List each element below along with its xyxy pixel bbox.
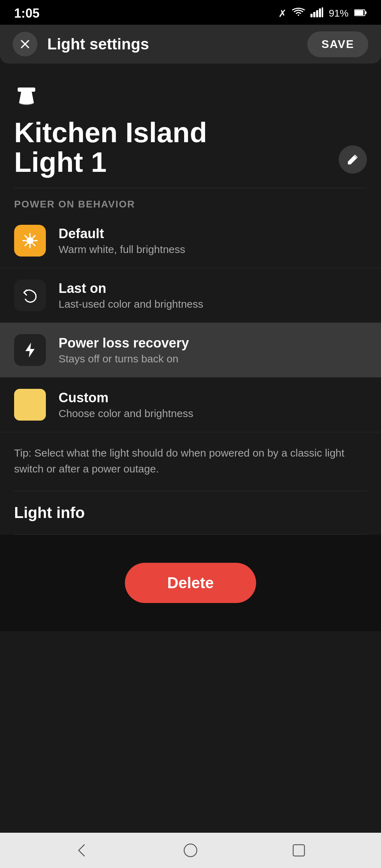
svg-rect-4 bbox=[322, 7, 323, 17]
power-loss-option-desc: Stays off or turns back on bbox=[59, 353, 367, 365]
back-nav-icon bbox=[74, 842, 91, 859]
custom-option-text: Custom Choose color and brightness bbox=[59, 390, 367, 420]
default-option-text: Default Warm white, full brightness bbox=[59, 226, 367, 255]
header: Light settings SAVE bbox=[0, 25, 381, 64]
last-on-option-desc: Last-used color and brightness bbox=[59, 298, 367, 310]
battery-icon bbox=[354, 8, 367, 19]
light-name: Kitchen Island Light 1 bbox=[14, 118, 207, 177]
tip-text: Tip: Select what the light should do whe… bbox=[14, 432, 367, 491]
home-nav-button[interactable] bbox=[175, 838, 206, 862]
power-loss-option-text: Power loss recovery Stays off or turns b… bbox=[59, 336, 367, 365]
light-device-icon bbox=[14, 85, 39, 109]
signal-icon bbox=[310, 7, 323, 20]
pencil-icon bbox=[346, 153, 359, 166]
power-loss-option-title: Power loss recovery bbox=[59, 336, 367, 351]
battery-percent: 91% bbox=[329, 8, 349, 19]
svg-point-11 bbox=[19, 101, 34, 105]
status-icons: ✗ 91% bbox=[278, 7, 367, 20]
svg-line-19 bbox=[33, 236, 35, 238]
close-icon bbox=[19, 38, 31, 50]
last-on-option-title: Last on bbox=[59, 281, 367, 296]
wifi-icon bbox=[292, 7, 305, 20]
header-left: Light settings bbox=[13, 32, 149, 56]
recents-nav-icon bbox=[290, 842, 307, 859]
svg-rect-23 bbox=[293, 845, 304, 856]
light-icon-wrap bbox=[14, 85, 367, 111]
default-option-desc: Warm white, full brightness bbox=[59, 243, 367, 255]
svg-rect-10 bbox=[18, 88, 35, 92]
nav-bar bbox=[0, 833, 381, 868]
custom-option-icon bbox=[14, 389, 46, 421]
status-bar: 1:05 ✗ 91% bbox=[0, 0, 381, 25]
light-info-title: Light info bbox=[14, 504, 367, 522]
delete-section: Delete bbox=[0, 535, 381, 631]
bolt-icon bbox=[21, 341, 39, 359]
svg-rect-2 bbox=[316, 10, 318, 17]
light-info-section[interactable]: Light info bbox=[14, 491, 367, 535]
main-content: Kitchen Island Light 1 POWER ON BEHAVIOR bbox=[0, 64, 381, 833]
option-custom[interactable]: Custom Choose color and brightness bbox=[0, 378, 381, 432]
undo-icon bbox=[21, 287, 39, 304]
power-loss-option-icon bbox=[14, 334, 46, 366]
default-option-icon bbox=[14, 225, 46, 257]
delete-button[interactable]: Delete bbox=[125, 563, 256, 603]
svg-point-22 bbox=[184, 844, 197, 857]
svg-line-18 bbox=[33, 243, 35, 246]
svg-line-20 bbox=[25, 243, 27, 246]
header-title: Light settings bbox=[47, 35, 149, 53]
last-on-option-text: Last on Last-used color and brightness bbox=[59, 281, 367, 310]
svg-point-12 bbox=[26, 237, 34, 244]
light-header: Kitchen Island Light 1 bbox=[14, 78, 367, 188]
light-name-row: Kitchen Island Light 1 bbox=[14, 118, 367, 177]
close-button[interactable] bbox=[13, 32, 37, 56]
svg-line-17 bbox=[25, 236, 27, 238]
svg-rect-1 bbox=[313, 12, 315, 17]
status-time: 1:05 bbox=[14, 6, 40, 21]
option-last-on[interactable]: Last on Last-used color and brightness bbox=[0, 268, 381, 323]
sun-icon bbox=[21, 232, 39, 249]
svg-marker-21 bbox=[25, 343, 35, 357]
edit-name-button[interactable] bbox=[339, 145, 367, 174]
option-default[interactable]: Default Warm white, full brightness bbox=[0, 213, 381, 268]
bluetooth-icon: ✗ bbox=[278, 8, 286, 19]
svg-rect-0 bbox=[310, 14, 313, 17]
last-on-option-icon bbox=[14, 279, 46, 311]
save-button[interactable]: SAVE bbox=[307, 31, 368, 57]
home-nav-icon bbox=[182, 842, 199, 859]
svg-rect-7 bbox=[365, 11, 367, 14]
recents-nav-button[interactable] bbox=[283, 838, 314, 862]
svg-rect-3 bbox=[319, 8, 321, 17]
option-list: Default Warm white, full brightness Last… bbox=[0, 213, 381, 432]
default-option-title: Default bbox=[59, 226, 367, 241]
custom-option-desc: Choose color and brightness bbox=[59, 408, 367, 420]
section-label: POWER ON BEHAVIOR bbox=[14, 188, 367, 213]
svg-rect-6 bbox=[355, 10, 363, 15]
back-nav-button[interactable] bbox=[67, 838, 98, 862]
option-power-loss[interactable]: Power loss recovery Stays off or turns b… bbox=[0, 323, 381, 378]
custom-option-title: Custom bbox=[59, 390, 367, 405]
